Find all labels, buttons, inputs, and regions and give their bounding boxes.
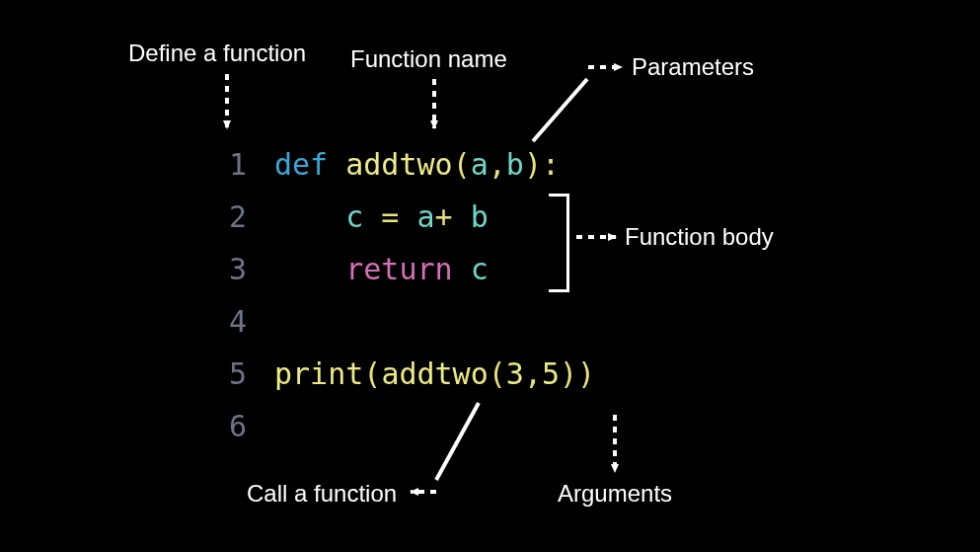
line-number: 4	[197, 295, 274, 348]
code-token: ,	[489, 147, 506, 182]
code-token: (	[363, 356, 381, 391]
code-token: 3	[506, 356, 524, 391]
code-line-1: 1def addtwo(a,b):	[197, 138, 595, 191]
code-token: ,	[524, 356, 542, 391]
code-token: )	[560, 356, 577, 391]
label-arguments: Arguments	[558, 480, 672, 508]
code-token	[274, 199, 345, 234]
line-number: 6	[197, 400, 274, 452]
label-function-name: Function name	[350, 45, 507, 73]
code-token: print	[274, 356, 363, 391]
code-token: :	[542, 147, 560, 182]
code-token	[274, 252, 345, 286]
code-token: )	[524, 147, 542, 182]
code-token: c	[345, 199, 363, 234]
label-parameters: Parameters	[632, 53, 754, 81]
code-token: return	[345, 252, 470, 286]
code-token: addtwo	[345, 147, 452, 182]
code-token: (	[453, 147, 471, 182]
code-line-content: print(addtwo(3,5))	[274, 348, 595, 400]
code-token: =	[363, 199, 416, 234]
code-token: (	[489, 356, 506, 391]
label-function-body: Function body	[625, 223, 774, 251]
code-token: b	[471, 199, 489, 234]
arrow-params-solid	[533, 79, 587, 141]
code-line-content: c = a+ b	[274, 191, 489, 243]
code-block: 1def addtwo(a,b):2 c = a+ b3 return c45p…	[197, 138, 595, 452]
line-number: 1	[197, 138, 274, 191]
line-number: 3	[197, 243, 274, 295]
code-line-3: 3 return c	[197, 243, 595, 295]
label-define-function: Define a function	[128, 39, 306, 67]
code-token: b	[506, 147, 524, 182]
code-line-4: 4	[197, 295, 595, 348]
code-token: def	[274, 147, 345, 182]
code-line-content: return c	[274, 243, 489, 295]
code-line-5: 5print(addtwo(3,5))	[197, 348, 595, 400]
code-line-content: def addtwo(a,b):	[274, 138, 560, 191]
code-token: addtwo	[381, 356, 488, 391]
code-token: a	[417, 199, 435, 234]
code-token: +	[435, 199, 471, 234]
code-token: a	[471, 147, 489, 182]
code-line-2: 2 c = a+ b	[197, 191, 595, 243]
code-token: c	[471, 252, 489, 286]
code-token: )	[577, 356, 595, 391]
line-number: 2	[197, 191, 274, 243]
label-call-function: Call a function	[247, 480, 397, 508]
code-line-6: 6	[197, 400, 595, 452]
code-token: 5	[542, 356, 560, 391]
line-number: 5	[197, 348, 274, 400]
